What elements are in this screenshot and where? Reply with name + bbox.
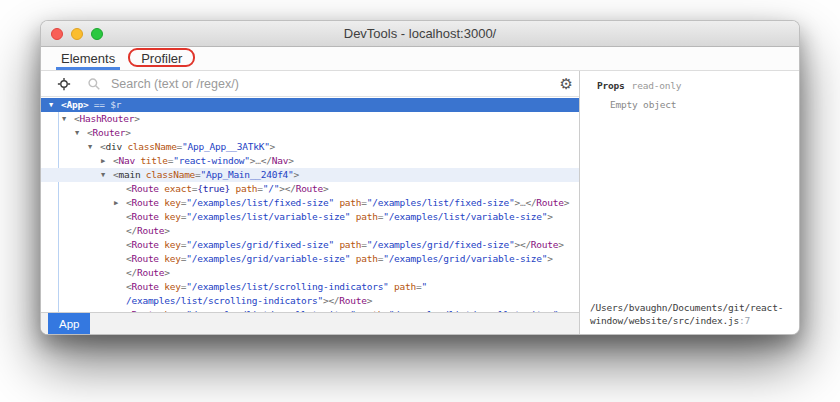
arrow-spacer xyxy=(114,238,126,252)
tree-row[interactable]: ▶<Nav title="react-window">…</Nav> xyxy=(41,154,579,168)
traffic-lights xyxy=(51,28,103,40)
title-bar[interactable]: DevTools - localhost:3000/ xyxy=(41,21,799,47)
search-input[interactable] xyxy=(111,77,556,91)
minimize-button[interactable] xyxy=(71,28,83,40)
chevron-right-icon[interactable]: ▶ xyxy=(114,196,126,210)
arrow-spacer xyxy=(114,266,126,280)
tree-row[interactable]: ▼<main className="App_Main__240f4"> xyxy=(41,168,579,182)
props-panel: Propsread-only Empty object /Users/bvaug… xyxy=(580,71,799,334)
tree-row[interactable]: <Route key="/examples/grid/fixed-size" p… xyxy=(41,238,579,252)
search-icon xyxy=(87,77,101,91)
gear-icon[interactable]: ⚙ xyxy=(560,76,573,91)
arrow-spacer xyxy=(114,252,126,266)
props-title: Props xyxy=(597,80,625,91)
tree-row[interactable]: ▼<Router> xyxy=(41,126,579,140)
chevron-down-icon[interactable]: ▼ xyxy=(75,126,87,140)
tab-profiler[interactable]: Profiler xyxy=(136,47,187,70)
arrow-spacer xyxy=(114,182,126,196)
chevron-right-icon[interactable]: ▶ xyxy=(101,154,113,168)
window-title: DevTools - localhost:3000/ xyxy=(344,26,496,41)
source-location[interactable]: /Users/bvaughn/Documents/git/react- wind… xyxy=(580,299,799,334)
arrow-spacer xyxy=(114,280,126,294)
source-path-line2: window/website/src/index.js xyxy=(590,315,739,326)
props-value: Empty object xyxy=(597,99,791,110)
tree-row[interactable]: ▶<Route key="/examples/list/fixed-size" … xyxy=(41,196,579,210)
props-header: Propsread-only xyxy=(597,80,791,91)
tree-row[interactable]: ▼<App> == $r xyxy=(41,98,579,112)
inspect-element-icon[interactable] xyxy=(57,77,71,91)
zoom-button[interactable] xyxy=(91,28,103,40)
tree-row[interactable]: <Route key="/examples/list/variable-size… xyxy=(41,210,579,224)
tree-row[interactable]: ▼<HashRouter> xyxy=(41,112,579,126)
tree-row[interactable]: </Route> xyxy=(41,266,579,280)
chevron-down-icon[interactable]: ▼ xyxy=(49,98,61,112)
arrow-spacer xyxy=(114,308,126,312)
devtools-window: DevTools - localhost:3000/ Elements Prof… xyxy=(40,20,800,335)
elements-panel: ⚙ ▼<App> == $r▼<HashRouter>▼<Router>▼<di… xyxy=(41,71,579,334)
chevron-down-icon[interactable]: ▼ xyxy=(88,140,100,154)
breadcrumb: App xyxy=(41,312,579,334)
breadcrumb-item-app[interactable]: App xyxy=(48,313,90,334)
tree-row[interactable]: </Route> xyxy=(41,224,579,238)
arrow-spacer xyxy=(114,224,126,238)
props-mode-label: read-only xyxy=(632,80,682,91)
tree-row[interactable]: /examples/list/scrolling-indicators"></R… xyxy=(41,294,579,308)
search-bar: ⚙ xyxy=(41,71,579,97)
chevron-down-icon[interactable]: ▼ xyxy=(101,168,113,182)
chevron-down-icon[interactable]: ▼ xyxy=(62,112,74,126)
tab-elements-label: Elements xyxy=(61,51,115,66)
tree-row[interactable]: <Route key="/examples/grid/variable-size… xyxy=(41,252,579,266)
tab-profiler-label: Profiler xyxy=(141,51,182,66)
element-tree[interactable]: ▼<App> == $r▼<HashRouter>▼<Router>▼<div … xyxy=(41,97,579,312)
tab-bar: Elements Profiler xyxy=(41,47,799,71)
source-path-line1: /Users/bvaughn/Documents/git/react- xyxy=(590,301,793,314)
arrow-spacer xyxy=(114,294,126,308)
tree-row[interactable]: <Route key="/examples/list/scroll-to-ite… xyxy=(41,308,579,312)
close-button[interactable] xyxy=(51,28,63,40)
tree-row[interactable]: <Route exact={true} path="/"></Route> xyxy=(41,182,579,196)
tab-elements[interactable]: Elements xyxy=(56,47,120,70)
source-line-number: :7 xyxy=(739,315,750,326)
tree-row[interactable]: <Route key="/examples/list/scrolling-ind… xyxy=(41,280,579,294)
arrow-spacer xyxy=(114,210,126,224)
tree-row[interactable]: ▼<div className="App_App__3ATkK"> xyxy=(41,140,579,154)
